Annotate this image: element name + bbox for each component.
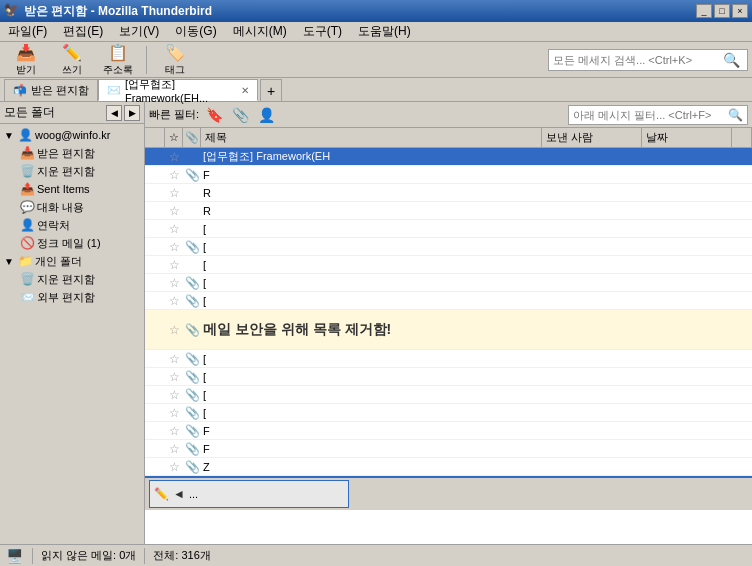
addressbook-button[interactable]: 📋 주소록 — [96, 44, 140, 76]
col-header-subject[interactable]: 제목 — [201, 128, 542, 147]
menu-go[interactable]: 이동(G) — [171, 22, 220, 41]
col-header-date[interactable]: 날짜 — [642, 128, 732, 147]
email-star[interactable]: ☆ — [165, 422, 183, 439]
email-date — [642, 404, 732, 421]
sidebar-prev-button[interactable]: ◀ — [106, 105, 122, 121]
email-row[interactable]: ☆ 📎 F — [145, 166, 752, 184]
trash-icon: 🗑️ — [20, 164, 35, 178]
email-star[interactable]: ☆ — [165, 368, 183, 385]
email-star[interactable]: ☆ — [165, 350, 183, 367]
email-row[interactable]: ☆ 📎 [ — [145, 368, 752, 386]
col-header-extra[interactable] — [732, 128, 752, 147]
filter-search-icon[interactable]: 🔍 — [728, 108, 743, 122]
app-icon: 🦅 — [4, 3, 20, 19]
menu-tools[interactable]: 도구(T) — [299, 22, 346, 41]
menu-help[interactable]: 도움말(H) — [354, 22, 415, 41]
email-sender — [542, 458, 642, 475]
email-star[interactable]: ☆ — [165, 404, 183, 421]
email-star[interactable]: ☆ — [165, 148, 183, 165]
email-subject: [ — [201, 350, 542, 367]
email-date — [642, 292, 732, 309]
email-row[interactable]: ☆ 📎 [ — [145, 292, 752, 310]
sidebar-item-trash2[interactable]: 🗑️ 지운 편지함 — [0, 270, 144, 288]
email-star[interactable]: ☆ — [165, 458, 183, 475]
filter-btn-tag[interactable]: 🔖 — [203, 105, 225, 125]
email-list: ☆ 📎 제목 보낸 사람 날짜 ☆ [업무협조] Framework(EH — [145, 128, 752, 544]
col-header-attach[interactable]: 📎 — [183, 128, 201, 147]
email-extra — [732, 368, 752, 385]
email-star[interactable]: ☆ — [165, 310, 183, 349]
global-search-bar[interactable]: 🔍 — [548, 49, 748, 71]
email-row[interactable]: ☆ R — [145, 184, 752, 202]
email-star[interactable]: ☆ — [165, 274, 183, 291]
email-star[interactable]: ☆ — [165, 386, 183, 403]
maximize-button[interactable]: □ — [714, 4, 730, 18]
sidebar-item-account[interactable]: ▼ 👤 woog@winfo.kr — [0, 126, 144, 144]
sidebar-item-personal[interactable]: ▼ 📁 개인 폴더 — [0, 252, 144, 270]
email-row[interactable]: ☆ 📎 Z — [145, 458, 752, 476]
email-star[interactable]: ☆ — [165, 202, 183, 219]
email-row[interactable]: ☆ 📎 메일 보안을 위해 목록 제거함! — [145, 310, 752, 350]
email-row[interactable]: ☆ 📎 [ — [145, 386, 752, 404]
tag-button[interactable]: 🏷️ 태그 — [153, 44, 197, 76]
sidebar-item-inbox[interactable]: 📥 받은 편지함 — [0, 144, 144, 162]
sidebar-item-trash[interactable]: 🗑️ 지운 편지함 — [0, 162, 144, 180]
total-count-label: 전체: 316개 — [153, 548, 210, 563]
compose-mini-arrow[interactable]: ◄ — [173, 487, 185, 501]
email-star[interactable]: ☆ — [165, 220, 183, 237]
email-row[interactable]: ☆ 📎 F — [145, 440, 752, 458]
email-star[interactable]: ☆ — [165, 184, 183, 201]
menu-view[interactable]: 보기(V) — [115, 22, 163, 41]
sidebar-item-chat[interactable]: 💬 대화 내용 — [0, 198, 144, 216]
compose-button[interactable]: ✏️ 쓰기 — [50, 44, 94, 76]
col-header-star[interactable]: ☆ — [165, 128, 183, 147]
email-row[interactable]: ☆ 📎 [ — [145, 238, 752, 256]
compose-mini-bar[interactable]: ✏️ ◄ ... — [149, 480, 349, 508]
email-star[interactable]: ☆ — [165, 166, 183, 183]
email-star[interactable]: ☆ — [165, 292, 183, 309]
email-row[interactable]: ☆ [업무협조] Framework(EH — [145, 148, 752, 166]
email-unread-indicator — [145, 148, 165, 165]
menu-message[interactable]: 메시지(M) — [229, 22, 291, 41]
email-row[interactable]: ☆ R — [145, 202, 752, 220]
email-row[interactable]: ☆ 📎 [ — [145, 274, 752, 292]
tab-email-detail[interactable]: ✉️ [업무협조] Framework(EH... ✕ — [98, 79, 258, 101]
menu-file[interactable]: 파일(F) — [4, 22, 51, 41]
email-unread-indicator — [145, 458, 165, 475]
email-attach: 📎 — [183, 422, 201, 439]
filter-search-input[interactable] — [573, 109, 728, 121]
global-search-input[interactable] — [553, 54, 723, 66]
col-header-icon[interactable] — [145, 128, 165, 147]
filter-btn-person[interactable]: 👤 — [255, 105, 277, 125]
filter-btn-attach[interactable]: 📎 — [229, 105, 251, 125]
email-row[interactable]: ☆ [ — [145, 256, 752, 274]
tab-close-button[interactable]: ✕ — [241, 85, 249, 96]
email-date — [642, 184, 732, 201]
email-star[interactable]: ☆ — [165, 256, 183, 273]
sidebar-item-contacts[interactable]: 👤 연락처 — [0, 216, 144, 234]
new-tab-button[interactable]: + — [260, 79, 282, 101]
email-extra — [732, 310, 752, 349]
email-star[interactable]: ☆ — [165, 238, 183, 255]
sidebar-header: 모든 폴더 ◀ ▶ — [0, 102, 144, 124]
email-row[interactable]: ☆ 📎 F — [145, 422, 752, 440]
email-unread-indicator — [145, 238, 165, 255]
get-mail-button[interactable]: 📥 받기 — [4, 44, 48, 76]
sidebar-item-junk[interactable]: 🚫 정크 메일 (1) — [0, 234, 144, 252]
sidebar-item-sent[interactable]: 📤 Sent Items — [0, 180, 144, 198]
close-button[interactable]: × — [732, 4, 748, 18]
filter-search-bar[interactable]: 🔍 — [568, 105, 748, 125]
email-row[interactable]: ☆ [ — [145, 220, 752, 238]
minimize-button[interactable]: _ — [696, 4, 712, 18]
menu-edit[interactable]: 편집(E) — [59, 22, 107, 41]
email-row[interactable]: ☆ 📎 [ — [145, 350, 752, 368]
global-search-icon[interactable]: 🔍 — [723, 52, 740, 68]
status-divider2 — [144, 548, 145, 564]
col-header-sender[interactable]: 보낸 사람 — [542, 128, 642, 147]
email-star[interactable]: ☆ — [165, 440, 183, 457]
sidebar-item-external[interactable]: 📨 외부 편지함 — [0, 288, 144, 306]
sidebar-next-button[interactable]: ▶ — [124, 105, 140, 121]
tab-inbox[interactable]: 📬 받은 편지함 — [4, 79, 98, 101]
sidebar-item-inbox-label: 받은 편지함 — [37, 146, 95, 161]
email-row[interactable]: ☆ 📎 [ — [145, 404, 752, 422]
